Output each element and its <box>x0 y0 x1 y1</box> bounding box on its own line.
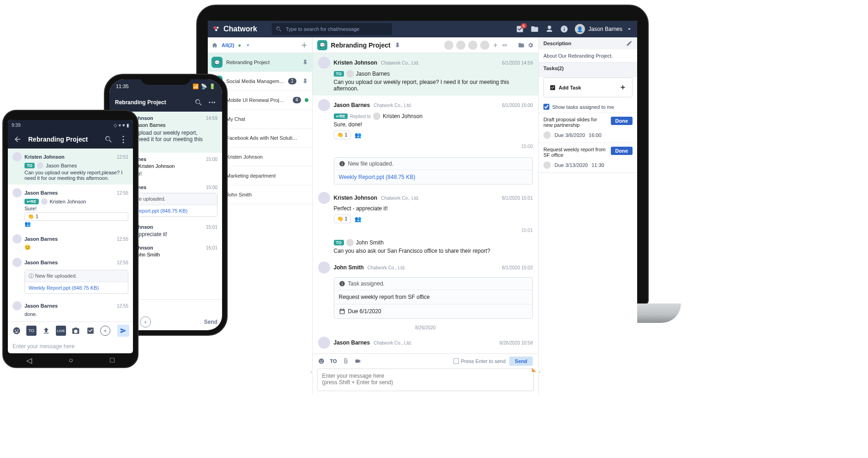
upload-icon[interactable] <box>41 326 51 336</box>
room-item[interactable]: 💬Rebranding Project <box>208 53 312 72</box>
task-title: Request weekly report from SF office <box>543 147 607 158</box>
send-button[interactable] <box>117 325 129 337</box>
avatar <box>318 192 330 204</box>
avatar <box>346 239 354 246</box>
more-icon[interactable]: ⋮ <box>119 134 127 144</box>
desktop-app: Chatwork Type to search for chat/message… <box>208 21 637 395</box>
to-pill: TO <box>334 71 344 77</box>
show-mine-label: Show tasks assigned to me <box>552 104 614 110</box>
to-button[interactable]: TO <box>330 358 337 364</box>
message: New file uploaded.Weekly Report.ppt (848… <box>313 150 538 188</box>
send-button[interactable]: Send <box>204 319 217 325</box>
file-card[interactable]: New file uploaded.Weekly Report.ppt (848… <box>334 157 533 184</box>
done-button[interactable]: Done <box>611 117 633 125</box>
press-enter-toggle[interactable]: Press Enter to send <box>453 358 506 364</box>
file-link[interactable]: Weekly Report.ppt (848.75 KB) <box>334 170 532 184</box>
tab-all[interactable]: All(2) <box>222 42 235 48</box>
chat-panel: 💬 Rebranding Project K <box>313 37 539 395</box>
avatar <box>12 301 22 310</box>
section-tasks-header: Tasks(2) <box>539 63 637 74</box>
add-reaction-icon[interactable]: 👥 <box>355 216 362 222</box>
camera-icon[interactable] <box>71 326 81 336</box>
add-reaction-icon[interactable]: 👥 <box>355 132 362 138</box>
side-panel: Description About Our Rebranding Project… <box>539 37 637 395</box>
global-search[interactable]: Type to search for chat/message <box>272 23 392 35</box>
compose-input[interactable] <box>318 369 533 389</box>
due-time: 11:30 <box>591 162 604 168</box>
emoji-icon[interactable] <box>12 326 22 336</box>
plus-icon: ＋ <box>619 83 627 92</box>
task-icon <box>549 84 556 91</box>
home-icon[interactable] <box>211 42 218 48</box>
resize-handle[interactable]: › <box>539 369 540 375</box>
reaction[interactable]: 👏 1 <box>334 131 351 139</box>
done-button[interactable]: Done <box>611 147 633 155</box>
pin-icon[interactable] <box>394 42 401 48</box>
files-icon[interactable] <box>530 25 539 33</box>
emoji-icon[interactable] <box>318 358 325 364</box>
add-icon[interactable]: ＋ <box>140 316 151 327</box>
add-task-button[interactable]: Add Task ＋ <box>543 77 633 97</box>
more-icon[interactable] <box>208 98 217 107</box>
member-avatar[interactable] <box>444 41 453 50</box>
task-item[interactable]: Draft proposal slides for new partnershi… <box>539 113 637 143</box>
message: Jason Barnes12:55ⓘ New file uploaded.Wee… <box>8 254 133 297</box>
nav-home[interactable]: ○ <box>69 356 73 364</box>
pencil-icon[interactable] <box>626 40 633 47</box>
reaction[interactable]: 👏 1 <box>334 214 351 223</box>
video-icon[interactable] <box>355 358 361 364</box>
svg-point-2 <box>215 29 217 31</box>
avatar <box>12 188 22 197</box>
re-pill: ↩RE <box>24 199 39 204</box>
show-my-tasks-toggle[interactable]: Show tasks assigned to me <box>539 101 637 113</box>
contacts-icon[interactable] <box>545 25 554 33</box>
task-item[interactable]: Request weekly report from SF officeDone… <box>539 143 637 172</box>
description-body: About Our Rebranding Project. <box>539 49 637 62</box>
android-input[interactable]: Enter your message here <box>8 339 133 353</box>
gear-icon[interactable] <box>527 42 534 48</box>
send-button[interactable]: Send <box>509 357 533 366</box>
android-message-list[interactable]: Kristen Johnson12:51TO Jason BarnesCan y… <box>8 149 133 321</box>
back-icon[interactable] <box>13 135 22 143</box>
iphone-header: Rebranding Project <box>109 93 222 112</box>
battery-icon: 🔋 <box>209 83 216 89</box>
nav-back[interactable]: ◁ <box>26 356 32 365</box>
folder-icon[interactable] <box>518 42 524 48</box>
timestamp: 15:00 <box>313 143 538 150</box>
android-time: 9:39 <box>12 123 20 128</box>
android-toolbar: TO LIVE ＋ <box>8 321 133 339</box>
reaction[interactable]: 👏 1 <box>24 212 128 221</box>
message-list[interactable]: Kristen JohnsonChatwork Co., Ltd.6/1/202… <box>313 53 538 353</box>
room-filter-tabs: All(2) ● <box>208 37 312 53</box>
task-icon[interactable] <box>85 326 96 336</box>
current-user[interactable]: 👤 Jason Barnes <box>575 24 633 34</box>
member-avatar[interactable] <box>468 41 477 50</box>
search-icon[interactable] <box>104 135 113 143</box>
ios-time: 11:35 <box>116 83 129 89</box>
chat-title: Rebranding Project <box>331 42 391 49</box>
search-icon[interactable] <box>194 98 203 107</box>
add-icon[interactable]: ＋ <box>100 326 110 336</box>
add-member-icon[interactable] <box>492 42 499 48</box>
attach-icon[interactable] <box>343 358 349 364</box>
resize-corner-icon[interactable]: ◣ <box>532 366 536 373</box>
android-header: Rebranding Project ⋮ <box>8 130 133 149</box>
member-avatar[interactable] <box>456 41 465 50</box>
info-icon <box>339 280 345 287</box>
tasks-icon[interactable]: 6 <box>516 25 524 33</box>
app-logo[interactable]: Chatwork <box>212 25 257 33</box>
info-icon[interactable] <box>560 25 568 33</box>
nav-recent[interactable]: □ <box>110 356 115 364</box>
compose-area: TO Press Enter to send Send ‹ › <box>313 353 538 395</box>
live-button[interactable]: LIVE <box>56 326 66 336</box>
to-button[interactable]: TO <box>26 326 36 336</box>
avatar <box>12 258 22 267</box>
chevron-down-icon[interactable] <box>245 42 251 48</box>
add-room-button[interactable] <box>300 40 308 50</box>
member-avatar[interactable] <box>480 41 489 50</box>
link-icon[interactable] <box>501 42 508 48</box>
task-card[interactable]: Task assigned.Request weekly report from… <box>334 277 533 319</box>
tasks-label: Tasks(2) <box>543 65 564 71</box>
checkbox[interactable] <box>543 104 549 110</box>
resize-handle[interactable]: ‹ <box>311 369 312 375</box>
